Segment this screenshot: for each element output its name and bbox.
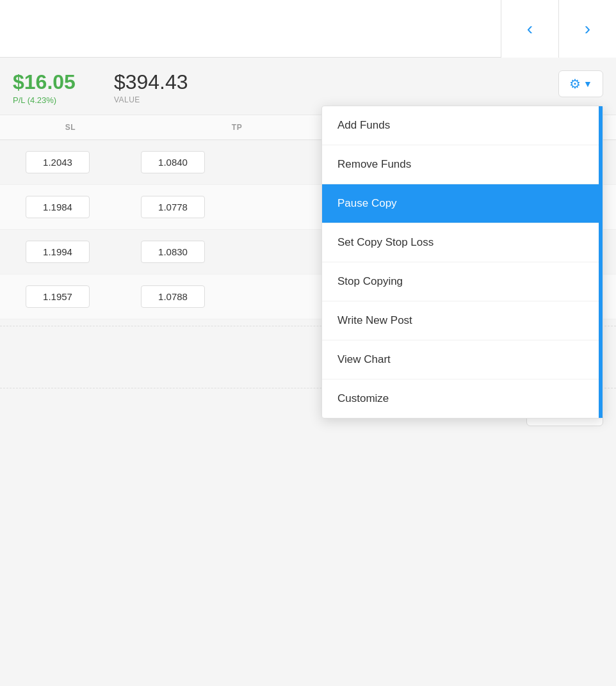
dropdown-menu: Add FundsRemove FundsPause CopySet Copy … [321, 106, 603, 419]
gear-settings-button[interactable]: ⚙ ▼ [558, 70, 603, 97]
side-accent [599, 106, 603, 418]
sl-value: 1.1957 [26, 285, 90, 308]
dropdown-item-pause-copy[interactable]: Pause Copy [322, 184, 603, 223]
tp-value: 1.0840 [141, 151, 205, 173]
dropdown-item-customize[interactable]: Customize [322, 379, 603, 418]
gear-icon: ⚙ [569, 76, 581, 92]
dropdown-item-write-new-post[interactable]: Write New Post [322, 301, 603, 340]
dropdown-item-stop-copying[interactable]: Stop Copying [322, 262, 603, 301]
sl-cell: 1.1994 [26, 241, 90, 263]
next-button[interactable]: › [558, 0, 616, 58]
dropdown-item-set-copy-stop-loss[interactable]: Set Copy Stop Loss [322, 223, 603, 262]
tp-cell: 1.0788 [141, 285, 205, 308]
pl-value: $16.05 [13, 70, 76, 94]
sl-value: 1.1984 [26, 196, 90, 218]
value-label: VALUE [114, 95, 188, 104]
tp-cell: 1.0840 [141, 151, 205, 173]
tp-value: 1.0830 [141, 241, 205, 263]
col-tp-header: TP [179, 123, 295, 132]
tp-value: 1.0788 [141, 285, 205, 308]
portfolio-stat-block: $394.43 VALUE [114, 70, 188, 104]
top-navigation: ‹ › [0, 0, 616, 58]
dropdown-item-add-funds[interactable]: Add Funds [322, 106, 603, 145]
sl-cell: 1.1984 [26, 196, 90, 218]
pl-percent: P/L (4.23%) [13, 95, 76, 105]
col-sl-header: SL [13, 123, 128, 132]
nav-button-group: ‹ › [501, 0, 616, 57]
prev-button[interactable]: ‹ [501, 0, 558, 58]
chevron-down-icon: ▼ [583, 79, 592, 89]
sl-cell: 1.1957 [26, 285, 90, 308]
sl-value: 1.2043 [26, 151, 90, 173]
tp-cell: 1.0778 [141, 196, 205, 218]
tp-cell: 1.0830 [141, 241, 205, 263]
pl-stat-block: $16.05 P/L (4.23%) [13, 70, 76, 105]
sl-value: 1.1994 [26, 241, 90, 263]
portfolio-value: $394.43 [114, 70, 188, 94]
prev-icon: ‹ [527, 19, 533, 39]
tp-value: 1.0778 [141, 196, 205, 218]
sl-cell: 1.2043 [26, 151, 90, 173]
next-icon: › [585, 19, 590, 39]
dropdown-item-remove-funds[interactable]: Remove Funds [322, 145, 603, 184]
dropdown-item-view-chart[interactable]: View Chart [322, 340, 603, 379]
